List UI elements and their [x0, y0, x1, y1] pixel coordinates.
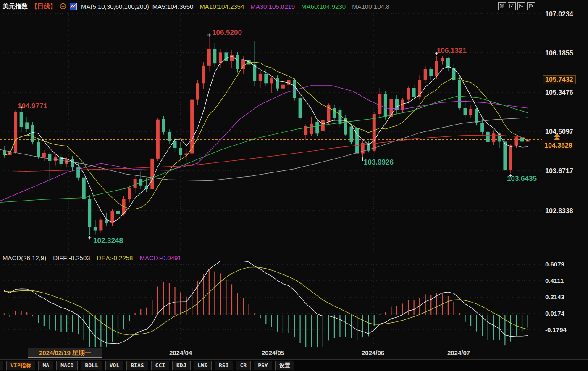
candle-body — [264, 74, 268, 83]
candle-body — [94, 227, 97, 231]
candle-body — [179, 148, 182, 155]
high-marker: 106.1321 — [435, 47, 467, 55]
low-marker: 102.3248 — [88, 236, 123, 245]
tab-VIP指标[interactable]: VIP指标 — [6, 361, 35, 370]
candle-body — [338, 110, 341, 124]
macd-macd-value: MACD:-0.0491 — [139, 254, 181, 261]
chart-canvas[interactable]: 104.9771106.5200106.1321102.3248103.9926… — [0, 0, 588, 359]
tab-BIAS[interactable]: BIAS — [126, 361, 148, 370]
y-axis-label: 106.1855 — [545, 50, 573, 57]
macd-axis-label: 0.6079 — [545, 261, 564, 268]
tab-CR[interactable]: CR — [236, 361, 251, 370]
y-axis-label: 102.8338 — [545, 207, 573, 214]
candle-body — [156, 120, 160, 159]
tab-VOL[interactable]: VOL — [105, 361, 123, 370]
tab-RSI[interactable]: RSI — [215, 361, 233, 370]
tab-BOLL[interactable]: BOLL — [81, 361, 102, 370]
candle-body — [475, 109, 478, 123]
candle-body — [150, 159, 154, 189]
zoom-out-chart-icon[interactable] — [508, 2, 516, 10]
tab-CCI[interactable]: CCI — [151, 361, 169, 370]
candle-body — [469, 109, 472, 115]
candle-body — [3, 151, 6, 155]
candle-body — [213, 49, 216, 63]
collapse-circle-icon[interactable] — [60, 3, 66, 10]
extreme-price-label: 103.6435 — [507, 175, 537, 183]
candle-body — [281, 85, 285, 89]
candle-body — [315, 122, 319, 133]
tab-设置[interactable]: 设置 — [275, 361, 294, 370]
chart-toolbar — [498, 2, 535, 10]
x-axis-label: 2024/04 — [169, 349, 192, 356]
ma-legend-item: MA30:105.0219 — [250, 3, 295, 10]
candle-body — [224, 52, 228, 61]
first-bar-date-label: 2024/02/19 星期一 — [28, 348, 102, 358]
candle-body — [424, 69, 427, 80]
candle-body — [407, 88, 410, 100]
tab-partial[interactable] — [0, 361, 3, 370]
candle-body — [384, 94, 387, 117]
candle-body — [373, 114, 376, 151]
diff-line — [4, 261, 528, 344]
extreme-price-label: 104.9771 — [18, 102, 47, 110]
candle-body — [389, 99, 393, 117]
exit-fullscreen-icon[interactable] — [527, 2, 535, 10]
candle-body — [99, 220, 102, 231]
candle-body — [196, 83, 200, 99]
zoom-in-chart-icon[interactable] — [517, 2, 525, 10]
tab-LW&[interactable]: LW& — [194, 361, 212, 370]
low-marker: 103.9926 — [361, 157, 394, 166]
tab-MACD[interactable]: MACD — [56, 361, 78, 370]
candle-body — [350, 127, 353, 142]
high-marker: 106.5200 — [207, 29, 242, 37]
trading-app-window: 美元指数 【日线】 MA(5,10,30,60,100,200) MA5:104… — [0, 0, 588, 371]
candle-body — [31, 125, 34, 142]
candle-body — [48, 154, 51, 161]
chart-legend: 美元指数 【日线】 MA(5,10,30,60,100,200) MA5:104… — [3, 2, 389, 11]
ma-legend-item: MA10:104.2354 — [200, 3, 244, 10]
price-up-arrow-icon — [554, 137, 560, 140]
candle-body — [401, 100, 404, 110]
candle-body — [412, 88, 416, 97]
chart-style-icon[interactable] — [70, 3, 77, 10]
candle-body — [270, 78, 273, 83]
pan-icon[interactable] — [498, 2, 506, 10]
highlight-level-label: 105.7432 — [543, 75, 576, 84]
grid — [0, 12, 542, 347]
x-axis-label: 2024/07 — [447, 349, 470, 356]
tab-MA[interactable]: MA — [38, 361, 53, 370]
x-axis-label: 2024/06 — [362, 349, 384, 356]
y-axis-label: 107.0234 — [545, 10, 573, 18]
candle-body — [82, 178, 86, 199]
y-axis-label: 104.5097 — [545, 128, 573, 135]
macd-diff-value: DIFF:-0.2503 — [53, 254, 90, 261]
ma60-line — [0, 96, 528, 203]
low-marker: 103.6435 — [507, 174, 537, 183]
ma-values: MA5:104.3650MA10:104.2354MA30:105.0219MA… — [152, 3, 390, 10]
candle-body — [134, 179, 137, 188]
y-axis-label: 105.3476 — [545, 89, 573, 96]
macd-axis-label: 0.4111 — [545, 277, 564, 284]
candle-body — [486, 132, 490, 142]
candle-body — [207, 49, 211, 65]
y-axis-label: 103.6717 — [545, 167, 573, 175]
candle-body — [25, 122, 29, 129]
candle-body — [480, 123, 484, 132]
candle-body — [128, 188, 131, 199]
macd-legend: MACD(26,12,9) DIFF:-0.2503 DEA:-0.2258 M… — [3, 253, 181, 262]
candle-body — [71, 159, 74, 167]
candle-body — [378, 94, 381, 114]
candle-body — [333, 108, 336, 118]
candle-body — [464, 108, 467, 115]
candle-body — [20, 112, 23, 127]
tab-PSY[interactable]: PSY — [254, 361, 272, 370]
candle-body — [287, 80, 291, 84]
tab-KDJ[interactable]: KDJ — [172, 361, 190, 370]
candle-body — [37, 142, 40, 157]
high-marker: 104.9771 — [18, 102, 47, 110]
candle-body — [14, 112, 17, 152]
extreme-price-label: 102.3248 — [93, 237, 123, 245]
candle-body — [116, 211, 120, 214]
extreme-price-label: 106.1321 — [437, 47, 467, 55]
candle-body — [88, 199, 91, 227]
